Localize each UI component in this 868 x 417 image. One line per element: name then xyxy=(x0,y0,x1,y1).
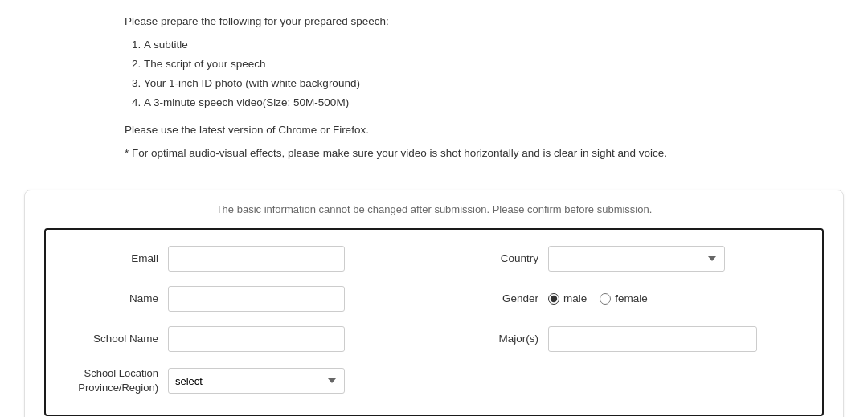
country-label: Country xyxy=(450,252,538,264)
intro-text: Please prepare the following for your pr… xyxy=(125,13,743,31)
gender-row: Gender male female xyxy=(450,286,798,312)
browser-note: Please use the latest version of Chrome … xyxy=(125,121,743,139)
name-row: Name xyxy=(70,286,418,312)
school-location-select[interactable]: select xyxy=(168,368,345,394)
name-input[interactable] xyxy=(168,286,345,312)
gender-female-label[interactable]: female xyxy=(600,292,648,305)
list-item-2: The script of your speech xyxy=(144,55,743,74)
form-inner-box: Email Country Name xyxy=(44,228,824,416)
gender-group: male female xyxy=(548,292,648,305)
form-notice: The basic information cannot be changed … xyxy=(44,203,824,215)
major-label: Major(s) xyxy=(450,333,538,345)
instructions-list: A subtitle The script of your speech You… xyxy=(144,35,743,113)
gender-male-label[interactable]: male xyxy=(548,292,587,305)
country-row: Country xyxy=(450,246,798,272)
instructions-section: Please prepare the following for your pr… xyxy=(0,0,868,180)
gender-male-radio[interactable] xyxy=(548,293,559,305)
school-name-label: School Name xyxy=(70,333,158,345)
list-item-1: A subtitle xyxy=(144,35,743,55)
list-item-4: A 3-minute speech video(Size: 50M-500M) xyxy=(144,93,743,112)
gender-female-text: female xyxy=(615,292,648,305)
email-input[interactable] xyxy=(168,246,345,272)
form-container-wrapper: The basic information cannot be changed … xyxy=(0,180,868,417)
name-label: Name xyxy=(70,292,158,305)
school-location-label: School LocationProvince/Region) xyxy=(70,366,158,395)
school-location-row: School LocationProvince/Region) select xyxy=(70,366,418,395)
school-name-input[interactable] xyxy=(168,326,345,352)
gender-label: Gender xyxy=(450,292,538,305)
page-wrapper: Please prepare the following for your pr… xyxy=(0,0,868,417)
email-row: Email xyxy=(70,246,418,272)
major-row: Major(s) xyxy=(450,326,798,352)
form-outer-box: The basic information cannot be changed … xyxy=(24,190,844,417)
school-name-row: School Name xyxy=(70,326,418,352)
country-select[interactable] xyxy=(548,246,725,272)
list-item-3: Your 1-inch ID photo (with white backgro… xyxy=(144,74,743,93)
av-note: * For optimal audio-visual effects, plea… xyxy=(125,145,743,162)
major-input[interactable] xyxy=(548,326,757,352)
email-label: Email xyxy=(70,252,158,264)
gender-male-text: male xyxy=(563,292,587,305)
gender-female-radio[interactable] xyxy=(600,293,611,305)
form-grid: Email Country Name xyxy=(70,246,798,395)
